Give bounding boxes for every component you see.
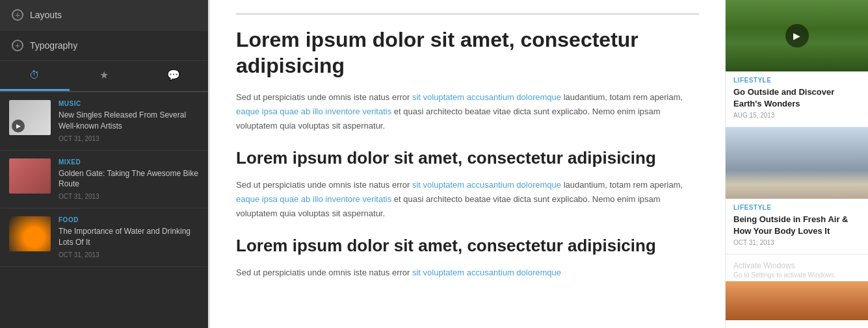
article-thumbnail [9, 216, 51, 251]
right-article-2[interactable]: LIFESTYLE Being Outside in Fresh Air & H… [726, 127, 868, 255]
sidebar-tabs: ⏱ ★ 💬 [0, 61, 208, 92]
section-heading-2: Lorem ipsum dolor sit amet, consectetur … [236, 147, 699, 169]
section-body-1: Sed ut perspiciatis unde omnis iste natu… [236, 90, 699, 133]
article-meta: MIXED Golden Gate: Taking The Awesome Bi… [59, 158, 199, 201]
right-title-1: Go Outside and Discover Earth's Wonders [733, 86, 860, 109]
sidebar-item-label-typography: Typography [30, 40, 77, 51]
list-item[interactable]: MIXED Golden Gate: Taking The Awesome Bi… [0, 151, 208, 209]
plus-icon-typography: + [12, 40, 23, 51]
article-thumbnail: ▶ [9, 100, 51, 135]
list-item[interactable]: FOOD The Importance of Water and Drinkin… [0, 208, 208, 267]
article-title: New Singles Released From Several Well-k… [59, 110, 199, 132]
article-date: OCT 31, 2013 [59, 251, 199, 259]
tab-starred[interactable]: ★ [70, 61, 139, 91]
play-overlay-icon: ▶ [785, 24, 809, 47]
tab-recent[interactable]: ⏱ [0, 61, 70, 91]
activate-windows-notice: Activate Windows Go to Settings to activ… [726, 255, 868, 281]
article-date: OCT 31, 2013 [59, 193, 199, 200]
plus-icon-layouts: + [12, 9, 23, 21]
article-category: MUSIC [59, 100, 199, 107]
right-category-2: LIFESTYLE [733, 204, 860, 211]
main-content: Lorem ipsum dolor sit amet, consectetur … [208, 0, 725, 328]
section-heading-1: Lorem ipsum dolor sit amet, consectetur … [236, 27, 699, 79]
left-sidebar: + Layouts + Typography ⏱ ★ 💬 ▶ MUSIC New… [0, 0, 208, 328]
section-heading-3: Lorem ipsum dolor sit amet, consectetur … [236, 235, 699, 257]
star-icon: ★ [99, 69, 109, 81]
article-meta: FOOD The Importance of Water and Drinkin… [59, 216, 199, 259]
article-meta: MUSIC New Singles Released From Several … [59, 100, 199, 142]
article-title: The Importance of Water and Drinking Lot… [59, 226, 199, 248]
list-item[interactable]: ▶ MUSIC New Singles Released From Severa… [0, 92, 208, 151]
section-body-2: Sed ut perspiciatis unde omnis iste natu… [236, 178, 699, 221]
article-title: Golden Gate: Taking The Awesome Bike Rou… [59, 168, 199, 190]
comment-icon: 💬 [167, 69, 180, 81]
right-thumb-1: ▶ [726, 0, 868, 71]
play-icon: ▶ [12, 120, 25, 132]
sidebar-item-layouts[interactable]: + Layouts [0, 0, 208, 31]
right-thumb-partial [726, 281, 868, 320]
article-date: OCT 31, 2013 [59, 135, 199, 142]
tab-comments[interactable]: 💬 [138, 61, 208, 91]
sidebar-item-label-layouts: Layouts [30, 10, 62, 20]
section-body-3: Sed ut perspiciatis unde omnis iste natu… [236, 266, 699, 280]
right-date-2: OCT 31, 2013 [733, 239, 860, 246]
right-category-1: LIFESTYLE [733, 77, 860, 84]
article-category: FOOD [59, 216, 199, 223]
article-category: MIXED [59, 158, 199, 166]
right-sidebar: ▶ LIFESTYLE Go Outside and Discover Eart… [725, 0, 868, 328]
top-border [236, 13, 699, 15]
activate-windows-subtitle: Go to Settings to activate Windows. [733, 271, 860, 279]
article-thumbnail [9, 158, 51, 194]
clock-icon: ⏱ [29, 69, 40, 81]
right-title-2: Being Outside in Fresh Air & How Your Bo… [733, 214, 860, 236]
sidebar-item-typography[interactable]: + Typography [0, 31, 208, 61]
right-date-1: AUG 15, 2013 [733, 112, 860, 119]
activate-windows-title: Activate Windows [733, 261, 860, 270]
right-thumb-2 [726, 127, 868, 199]
right-article-1[interactable]: ▶ LIFESTYLE Go Outside and Discover Eart… [726, 0, 868, 127]
